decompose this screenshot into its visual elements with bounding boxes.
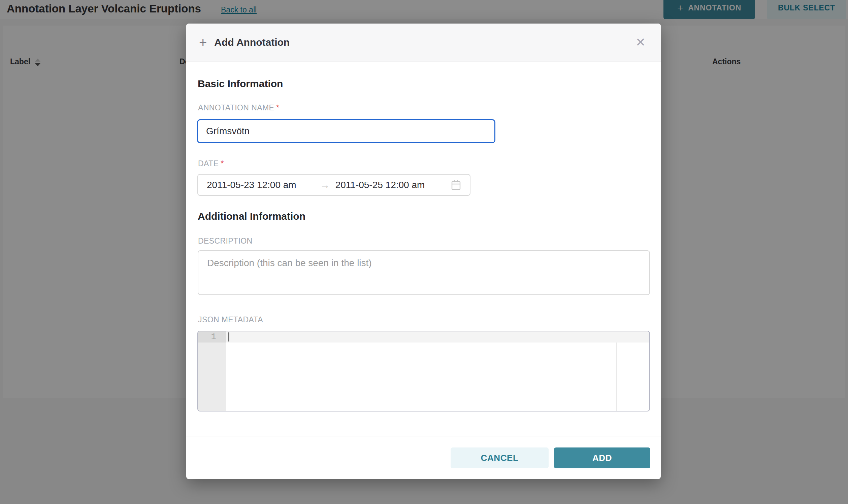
- modal-title: Add Annotation: [214, 37, 290, 48]
- annotation-name-label: ANNOTATION NAME*: [198, 103, 279, 112]
- date-label: DATE*: [198, 159, 224, 168]
- add-button[interactable]: ADD: [554, 448, 650, 468]
- json-metadata-editor[interactable]: 1: [197, 331, 650, 412]
- editor-active-line: [226, 331, 649, 342]
- annotation-name-input[interactable]: [197, 119, 496, 143]
- plus-icon: +: [199, 36, 207, 49]
- footer-divider: [186, 436, 661, 436]
- editor-gutter: [198, 331, 226, 411]
- add-annotation-modal: + Add Annotation ✕ Basic Information ANN…: [186, 23, 661, 479]
- editor-cursor: [228, 332, 229, 342]
- calendar-icon[interactable]: [451, 180, 461, 191]
- required-asterisk: *: [276, 103, 279, 112]
- description-label: DESCRIPTION: [198, 236, 253, 246]
- cancel-button[interactable]: CANCEL: [451, 448, 549, 468]
- date-start-value[interactable]: 2011-05-23 12:00 am: [207, 180, 296, 191]
- section-additional-information: Additional Information: [198, 210, 306, 223]
- editor-line-number: 1: [198, 331, 226, 342]
- date-end-value[interactable]: 2011-05-25 12:00 am: [335, 180, 425, 191]
- section-basic-information: Basic Information: [198, 77, 283, 90]
- date-range-picker[interactable]: 2011-05-23 12:00 am → 2011-05-25 12:00 a…: [197, 174, 470, 196]
- editor-print-margin: [616, 342, 617, 411]
- date-label-text: DATE: [198, 159, 219, 168]
- required-asterisk: *: [221, 159, 224, 168]
- annotation-name-label-text: ANNOTATION NAME: [198, 103, 274, 112]
- arrow-right-icon: →: [320, 180, 330, 190]
- description-textarea[interactable]: [198, 250, 650, 295]
- modal-header: + Add Annotation ✕: [186, 23, 661, 61]
- json-metadata-label: JSON METADATA: [198, 315, 263, 324]
- close-icon[interactable]: ✕: [633, 35, 648, 50]
